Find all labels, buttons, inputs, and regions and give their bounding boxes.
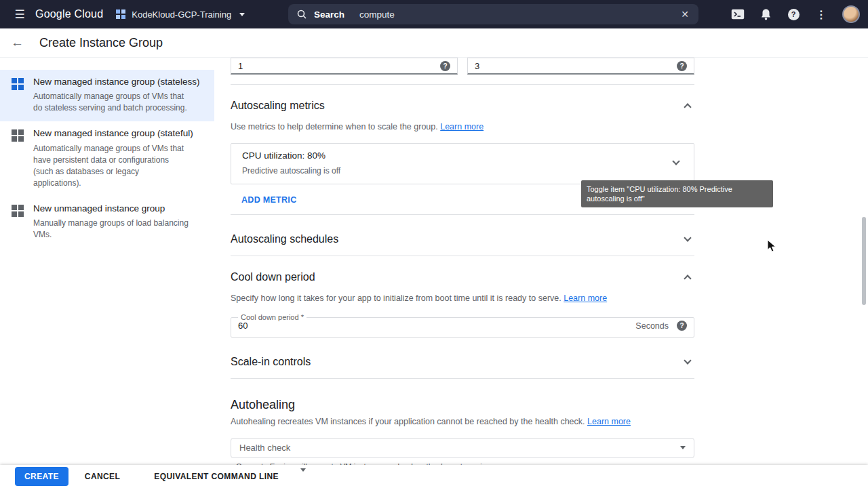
section-title: Scale-in controls [231, 356, 311, 368]
equivalent-command-line-button[interactable]: EQUIVALENT COMMAND LINE [144, 467, 288, 486]
instance-group-icon [11, 127, 24, 188]
close-icon[interactable] [679, 9, 690, 20]
project-name: KodeKloud-GCP-Training [132, 9, 231, 20]
cool-down-period-header[interactable]: Cool down period [231, 266, 694, 289]
max-instances-value[interactable]: 3 [475, 61, 677, 71]
chevron-up-icon[interactable] [684, 103, 691, 110]
instance-group-icon [11, 203, 24, 241]
sidebar-item-title: New managed instance group (stateful) [33, 127, 193, 140]
sidebar-item-stateless[interactable]: New managed instance group (stateless) A… [0, 70, 214, 121]
google-cloud-logo: Google Cloud [35, 8, 103, 20]
scale-in-controls-header[interactable]: Scale-in controls [231, 346, 694, 379]
page-title: Create Instance Group [39, 36, 163, 50]
cool-down-description: Specify how long it takes for your app t… [231, 293, 694, 305]
project-icon [115, 9, 126, 20]
cool-down-period-field[interactable]: Cool down period * 60 Seconds [231, 313, 694, 338]
main-content: 1 3 Autoscaling metrics Use metrics to h… [214, 58, 868, 488]
page-title-bar: Create Instance Group [0, 28, 868, 58]
create-button[interactable]: CREATE [15, 467, 68, 486]
add-metric-row: ADD METRIC Toggle item "CPU utilization:… [231, 184, 694, 215]
instance-count-row: 1 3 [231, 58, 694, 75]
header-actions [731, 0, 860, 28]
back-arrow-icon[interactable] [11, 35, 31, 50]
learn-more-link[interactable]: Learn more [564, 293, 607, 303]
help-question-icon[interactable] [677, 61, 687, 71]
min-instances-field[interactable]: 1 [231, 58, 458, 75]
sidebar-item-description: Automatically manage groups of VMs that … [33, 143, 189, 189]
autoscaling-schedules-header[interactable]: Autoscaling schedules [231, 223, 694, 256]
chevron-down-icon[interactable] [672, 157, 679, 165]
min-instances-value[interactable]: 1 [238, 61, 440, 71]
health-check-placeholder: Health check [239, 443, 680, 453]
footer-action-bar: CREATE CANCEL EQUIVALENT COMMAND LINE [0, 465, 868, 488]
metric-subtitle: Predictive autoscaling is off [242, 166, 340, 176]
help-icon[interactable] [787, 7, 800, 21]
metric-title: CPU utilization: 80% [242, 150, 340, 161]
section-title: Autoscaling metrics [231, 100, 325, 112]
cpu-utilization-metric-card[interactable]: CPU utilization: 80% Predictive autoscal… [231, 143, 694, 184]
autoscaling-metrics-description: Use metrics to help determine when to sc… [231, 121, 694, 134]
sidebar-item-title: New unmanaged instance group [33, 203, 189, 215]
sidebar-item-description: Automatically manage groups of VMs that … [33, 91, 189, 114]
chevron-down-icon [239, 13, 245, 16]
learn-more-link[interactable]: Learn more [587, 417, 631, 426]
app-header: Google Cloud KodeKloud-GCP-Training Sear… [0, 0, 868, 28]
max-instances-field[interactable]: 3 [467, 58, 694, 75]
search-label: Search [314, 9, 344, 20]
scrollbar-thumb[interactable] [862, 217, 866, 305]
instance-group-icon [11, 76, 24, 114]
avatar[interactable] [842, 5, 860, 23]
chevron-down-icon[interactable] [684, 357, 691, 364]
learn-more-link[interactable]: Learn more [440, 122, 484, 131]
chevron-up-icon[interactable] [684, 274, 691, 282]
help-question-icon[interactable] [440, 61, 450, 71]
dropdown-arrow-icon [680, 446, 686, 449]
hamburger-menu-icon[interactable] [9, 7, 30, 22]
autohealing-description: Autohealing recreates VM instances if yo… [231, 416, 694, 428]
search-bar[interactable]: Search compute [288, 4, 698, 24]
more-options-icon[interactable] [814, 7, 828, 21]
cool-down-period-input[interactable]: 60 [238, 321, 635, 331]
equivalent-command-line-caret[interactable] [295, 469, 311, 485]
project-selector[interactable]: KodeKloud-GCP-Training [115, 9, 245, 20]
cloud-shell-icon[interactable] [731, 7, 745, 21]
tooltip: Toggle item "CPU utilization: 80% Predic… [581, 180, 773, 208]
sidebar-item-title: New managed instance group (stateless) [33, 76, 199, 88]
notifications-bell-icon[interactable] [759, 7, 772, 21]
add-metric-button[interactable]: ADD METRIC [241, 195, 296, 205]
cancel-button[interactable]: CANCEL [75, 467, 130, 486]
chevron-down-icon[interactable] [684, 234, 691, 241]
unit-label: Seconds [635, 321, 669, 331]
autohealing-title: Autohealing [231, 398, 694, 412]
autoscaling-metrics-header[interactable]: Autoscaling metrics [231, 94, 694, 117]
help-question-icon[interactable] [677, 321, 687, 331]
section-title: Autoscaling schedules [231, 233, 338, 245]
section-title: Cool down period [231, 271, 315, 283]
health-check-select[interactable]: Health check [231, 438, 694, 458]
divider [231, 84, 694, 85]
sidebar-item-stateful[interactable]: New managed instance group (stateful) Au… [0, 121, 214, 196]
sidebar-item-description: Manually manage groups of load balancing… [33, 218, 189, 241]
search-input[interactable]: compute [359, 9, 679, 20]
sidebar: New managed instance group (stateless) A… [0, 58, 214, 488]
search-icon [296, 9, 307, 20]
sidebar-item-unmanaged[interactable]: New unmanaged instance group Manually ma… [0, 197, 214, 248]
